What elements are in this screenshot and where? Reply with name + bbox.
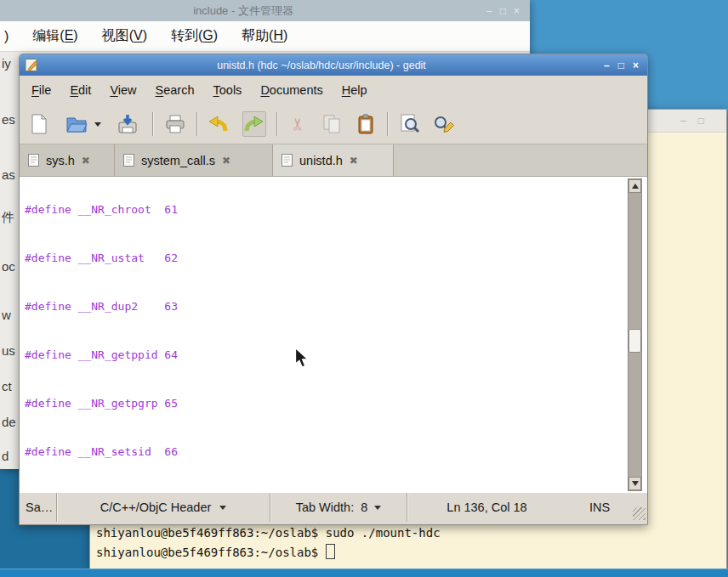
toolbar-separator [196,112,198,136]
sidebar-text-fragment: d [2,449,9,463]
toolbar-separator [276,112,278,136]
sidebar-text-fragment: us [2,343,15,358]
menu-item-search[interactable]: Search [156,83,195,97]
language-mode-dropdown[interactable]: C/C++/ObjC Header [57,493,270,522]
sidebar-text-fragment: as [2,167,15,182]
gedit-tabbar: sys.h ✖ system_call.s ✖ unistd.h ✖ [20,144,647,177]
tab-label: system_call.s [141,154,215,167]
tab-sys-h[interactable]: sys.h ✖ [20,144,115,176]
tab-unistd-h[interactable]: unistd.h ✖ [273,144,394,176]
gedit-titlebar[interactable]: unistd.h (hdc ~/oslab/hdc/usr/include) -… [20,54,647,76]
menu-item-documents[interactable]: Documents [260,83,322,97]
sidebar-text-fragment: w [2,308,11,322]
tab-close-icon[interactable]: ✖ [82,155,90,167]
status-save-indicator: Sa… [20,493,57,522]
sidebar-text-fragment: ct [2,379,12,393]
cursor-position: Ln 136, Col 18 [407,493,566,522]
tab-close-icon[interactable]: ✖ [350,155,358,167]
chevron-down-icon [219,506,226,510]
sidebar-text-fragment: 件 [2,210,14,226]
save-icon[interactable] [117,112,139,136]
gedit-statusbar: Sa… C/C++/ObjC Header Tab Width: 8 Ln 13… [20,493,647,522]
terminal-prompt-line: shiyanlou@be5f469ff863:~/oslab$ [96,543,441,563]
code-line: #define __NR_getpgrp 65 [25,395,231,411]
code-block: #define __NR_chroot 61 #define __NR_usta… [25,177,231,493]
menu-item-edit[interactable]: 编辑(E) [32,27,77,45]
maximize-icon[interactable]: □ [698,115,704,127]
code-line: #define __NR_sigaction 67 [25,492,231,493]
desktop: include - 文件管理器 – □ × ) 编辑(E) 视图(V) 转到(G… [0,0,728,577]
tab-label: sys.h [46,154,75,167]
toolbar-separator [152,112,154,136]
sidebar-text-fragment: de [2,415,16,429]
maximize-icon[interactable]: □ [618,59,624,71]
document-icon [123,154,134,167]
menu-item-edit[interactable]: Edit [70,83,91,97]
open-dropdown-icon[interactable] [93,112,103,136]
close-icon[interactable]: × [633,59,639,71]
menu-item-help[interactable]: Help [342,83,367,97]
tab-close-icon[interactable]: ✖ [222,155,230,167]
input-mode: INS [566,493,633,522]
file-manager-menubar: ) 编辑(E) 视图(V) 转到(G) 帮助(H) [0,21,530,52]
maximize-icon[interactable]: □ [500,5,506,17]
code-line: #define __NR_dup2 63 [25,298,231,314]
tab-label: unistd.h [299,154,343,167]
gedit-window: unistd.h (hdc ~/oslab/hdc/usr/include) -… [19,54,648,525]
sidebar-text-fragment: iy [2,56,11,71]
undo-icon[interactable] [207,112,229,136]
print-icon[interactable] [164,112,186,136]
gedit-toolbar: ✂ [20,105,647,144]
scroll-up-icon[interactable] [628,179,641,193]
menu-item-view[interactable]: 视图(V) [102,27,147,45]
tab-system-call-s[interactable]: system_call.s ✖ [115,144,273,176]
minimize-icon[interactable]: – [486,5,492,17]
document-icon [28,154,39,167]
gedit-app-icon [25,58,39,72]
cut-icon[interactable]: ✂ [287,112,309,136]
paste-icon[interactable] [355,112,377,136]
code-line: #define __NR_getppid 64 [25,347,231,363]
terminal-output[interactable]: shiyanlou@be5f469ff863:~/oslab$ sudo ./m… [96,523,441,563]
minimize-icon[interactable]: – [680,115,686,127]
menu-item-help[interactable]: 帮助(H) [242,27,287,45]
resize-grip[interactable] [633,507,646,520]
minimize-icon[interactable]: – [604,59,610,71]
menu-item-go[interactable]: 转到(G) [171,27,218,45]
tab-width-dropdown[interactable]: Tab Width: 8 [270,493,407,522]
file-manager-titlebar[interactable]: include - 文件管理器 – □ × [0,0,530,21]
gedit-menubar: File Edit View Search Tools Documents He… [20,76,647,105]
gedit-text-area[interactable]: #define __NR_chroot 61 #define __NR_usta… [20,177,647,493]
sidebar-text-fragment: oc [2,259,15,274]
document-icon [282,154,293,167]
gedit-window-title: unistd.h (hdc ~/oslab/hdc/usr/include) -… [39,59,604,71]
open-icon[interactable] [65,112,88,136]
chevron-down-icon [374,506,381,510]
taskbar[interactable] [0,569,728,577]
code-line: #define __NR_chroot 61 [25,201,231,218]
mouse-cursor [294,347,310,373]
menu-item-view[interactable]: View [110,83,136,97]
code-line: #define __NR_setsid 66 [25,444,231,460]
sidebar-text-fragment: es [2,112,15,127]
scrollbar[interactable] [628,178,642,491]
scroll-down-icon[interactable] [628,477,641,490]
terminal-line: shiyanlou@be5f469ff863:~/oslab$ sudo ./m… [96,523,441,543]
new-document-icon[interactable] [28,112,50,136]
menu-item-file[interactable]: File [31,83,51,97]
scrollbar-thumb[interactable] [628,329,641,353]
menu-item-file-clipped[interactable]: ) [4,29,9,44]
close-icon[interactable]: × [514,5,520,17]
replace-icon[interactable] [433,112,455,136]
menu-item-tools[interactable]: Tools [213,83,242,97]
file-manager-title: include - 文件管理器 [0,3,486,19]
toolbar-separator [387,112,389,136]
find-icon[interactable] [399,112,421,136]
redo-icon[interactable] [242,111,266,137]
terminal-cursor [326,544,335,559]
copy-icon[interactable] [321,112,343,136]
code-line: #define __NR_ustat 62 [25,250,231,266]
